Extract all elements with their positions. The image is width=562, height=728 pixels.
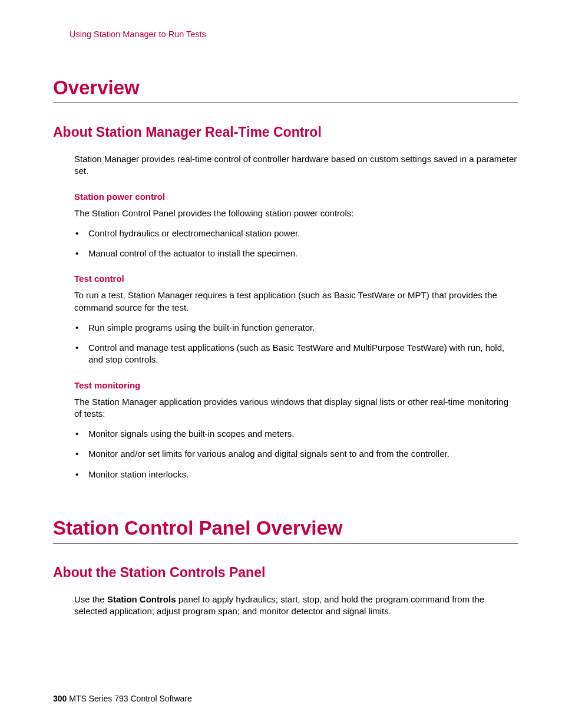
bullet-list: Monitor signals using the built-in scope…	[74, 428, 518, 480]
list-item: Manual control of the actuator to instal…	[74, 248, 518, 259]
list-item: Monitor signals using the built-in scope…	[74, 428, 518, 440]
page-footer: 300 MTS Series 793 Control Software	[53, 694, 192, 703]
group-title-test-control: Test control	[74, 274, 518, 284]
text-prefix: Use the	[74, 594, 107, 604]
bullet-list: Control hydraulics or electromechanical …	[74, 228, 518, 260]
subsection-title-about-realtime: About Station Manager Real-Time Control	[53, 124, 518, 140]
list-item: Run simple programs using the built-in f…	[74, 322, 518, 334]
page-number: 300	[53, 694, 67, 703]
group-title-test-monitoring: Test monitoring	[74, 380, 518, 390]
list-item: Control and manage test applications (su…	[74, 342, 518, 366]
section-title-overview: Overview	[53, 77, 518, 103]
breadcrumb: Using Station Manager to Run Tests	[70, 29, 518, 39]
intro-para: Station Manager provides real-time contr…	[74, 153, 518, 177]
section-title-station-control-panel: Station Control Panel Overview	[53, 517, 518, 543]
list-item: Monitor and/or set limits for various an…	[74, 448, 518, 460]
group-title-station-power: Station power control	[74, 192, 518, 202]
group-intro: The Station Manager application provides…	[74, 396, 518, 420]
list-item: Control hydraulics or electromechanical …	[74, 228, 518, 239]
group-intro: The Station Control Panel provides the f…	[74, 207, 518, 219]
footer-doc-title: MTS Series 793 Control Software	[69, 694, 192, 703]
group-intro: To run a test, Station Manager requires …	[74, 289, 518, 314]
text-bold: Station Controls	[107, 594, 176, 604]
intro-para: Use the Station Controls panel to apply …	[74, 594, 518, 618]
list-item: Monitor station interlocks.	[74, 469, 518, 480]
bullet-list: Run simple programs using the built-in f…	[74, 322, 518, 366]
subsection-title-about-controls-panel: About the Station Controls Panel	[53, 565, 518, 581]
